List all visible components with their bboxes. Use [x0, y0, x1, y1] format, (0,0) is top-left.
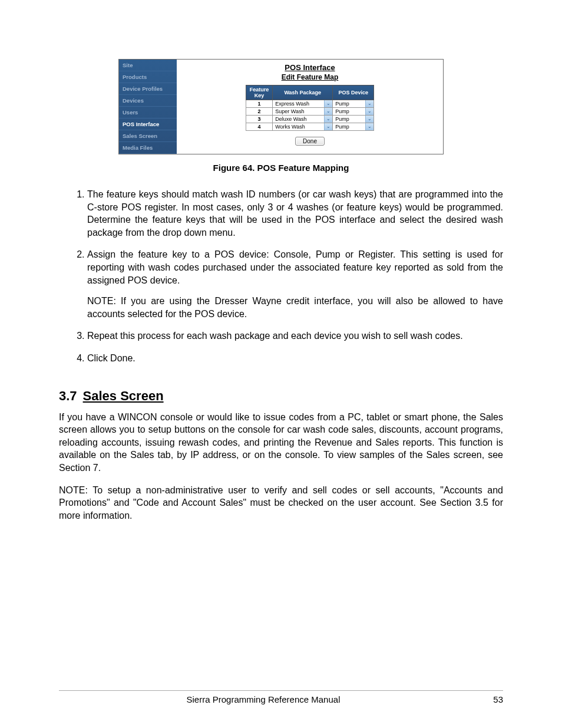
pos-device-select[interactable]: Pump⌄ — [333, 123, 373, 130]
page-footer: Sierra Programming Reference Manual 53 — [59, 690, 503, 704]
main-panel: POS Interface Edit Feature Map Feature K… — [177, 60, 443, 154]
sidebar-item-users[interactable]: Users — [119, 107, 177, 118]
table-row: 3 Deluxe Wash⌄ Pump⌄ — [246, 116, 374, 123]
col-pos-device: POS Device — [333, 85, 374, 100]
feature-key-cell: 1 — [246, 100, 273, 108]
feature-key-cell: 4 — [246, 123, 273, 131]
chevron-down-icon: ⌄ — [365, 108, 373, 115]
col-wash-package: Wash Package — [273, 85, 333, 100]
list-item: The feature keys should match wash ID nu… — [87, 188, 503, 239]
feature-key-cell: 2 — [246, 108, 273, 116]
pos-device-select[interactable]: Pump⌄ — [333, 108, 373, 115]
panel-subtitle: Edit Feature Map — [177, 73, 443, 81]
note-paragraph: NOTE: If you are using the Dresser Wayne… — [87, 295, 503, 320]
sidebar-item-sales-screen[interactable]: Sales Screen — [119, 130, 177, 142]
done-button[interactable]: Done — [295, 137, 325, 146]
footer-title: Sierra Programming Reference Manual — [59, 694, 468, 704]
col-feature-key: Feature Key — [246, 85, 273, 100]
list-item: Click Done. — [87, 352, 503, 365]
list-item: Assign the feature key to a POS device: … — [87, 248, 503, 320]
chevron-down-icon: ⌄ — [324, 108, 332, 115]
wash-package-select[interactable]: Works Wash⌄ — [273, 123, 332, 130]
sidebar-item-pos-interface[interactable]: POS Interface — [119, 118, 177, 130]
sidebar-item-device-profiles[interactable]: Device Profiles — [119, 83, 177, 95]
chevron-down-icon: ⌄ — [324, 123, 332, 130]
wash-package-select[interactable]: Deluxe Wash⌄ — [273, 116, 332, 123]
figure-caption: Figure 64. POS Feature Mapping — [59, 163, 503, 173]
chevron-down-icon: ⌄ — [365, 100, 373, 107]
panel-title: POS Interface — [177, 63, 443, 72]
pos-device-select[interactable]: Pump⌄ — [333, 100, 373, 107]
page-number: 53 — [468, 694, 503, 704]
wash-package-select[interactable]: Express Wash⌄ — [273, 100, 332, 107]
table-row: 1 Express Wash⌄ Pump⌄ — [246, 100, 374, 108]
chevron-down-icon: ⌄ — [365, 123, 373, 130]
section-title: Sales Screen — [83, 388, 164, 403]
sidebar-item-site[interactable]: Site — [119, 60, 177, 71]
body-paragraph: NOTE: To setup a non-administrative user… — [59, 484, 503, 522]
sidebar-item-devices[interactable]: Devices — [119, 95, 177, 107]
section-number: 3.7 — [59, 388, 77, 404]
chevron-down-icon: ⌄ — [365, 116, 373, 123]
sidebar-item-products[interactable]: Products — [119, 71, 177, 83]
list-item: Repeat this process for each wash packag… — [87, 330, 503, 342]
chevron-down-icon: ⌄ — [324, 100, 332, 107]
pos-device-select[interactable]: Pump⌄ — [333, 116, 373, 123]
feature-key-cell: 3 — [246, 116, 273, 123]
numbered-steps: The feature keys should match wash ID nu… — [75, 188, 503, 365]
table-row: 2 Super Wash⌄ Pump⌄ — [246, 108, 374, 116]
sidebar-item-media-files[interactable]: Media Files — [119, 142, 177, 154]
pos-feature-map-screenshot: Site Products Device Profiles Devices Us… — [118, 59, 444, 154]
sidebar: Site Products Device Profiles Devices Us… — [119, 60, 177, 154]
wash-package-select[interactable]: Super Wash⌄ — [273, 108, 332, 115]
table-row: 4 Works Wash⌄ Pump⌄ — [246, 123, 374, 131]
chevron-down-icon: ⌄ — [324, 116, 332, 123]
section-heading: 3.7Sales Screen — [59, 388, 503, 404]
feature-map-table: Feature Key Wash Package POS Device 1 Ex… — [246, 85, 375, 131]
body-paragraph: If you have a WINCON console or would li… — [59, 411, 503, 475]
